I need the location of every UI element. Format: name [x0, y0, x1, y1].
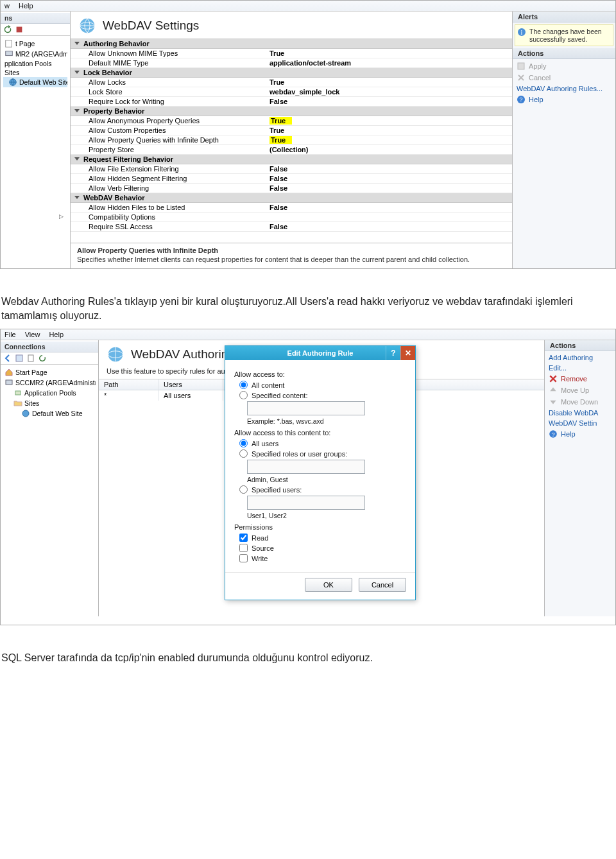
svg-text:i: i: [521, 29, 523, 36]
prop-name: Allow Locks: [71, 78, 270, 86]
svg-rect-8: [518, 63, 524, 69]
svg-text:?: ?: [519, 96, 522, 103]
prop-value[interactable]: True: [270, 126, 512, 134]
radio-all-content[interactable]: [239, 381, 248, 389]
prop-value[interactable]: True: [270, 117, 512, 125]
action-remove[interactable]: Remove: [545, 373, 615, 385]
refresh-icon[interactable]: [38, 354, 47, 363]
prop-row[interactable]: Require SSL AccessFalse: [71, 222, 512, 232]
menu-view[interactable]: View: [25, 331, 40, 338]
menu-help[interactable]: Help: [49, 331, 64, 338]
prop-row[interactable]: Default MIME Typeapplication/octet-strea…: [71, 58, 512, 68]
tree-app-pools[interactable]: Application Pools: [3, 388, 96, 398]
tree-start-page[interactable]: Start Page: [3, 367, 96, 377]
check-write[interactable]: [239, 554, 248, 562]
dialog-close-button[interactable]: ✕: [400, 346, 415, 360]
tree-sites[interactable]: Sites: [3, 68, 67, 77]
perm-write[interactable]: Write: [239, 554, 406, 562]
action-edit[interactable]: Edit...: [545, 363, 615, 373]
prop-value[interactable]: webdav_simple_lock: [270, 88, 512, 96]
prop-row[interactable]: Lock Storewebdav_simple_lock: [71, 87, 512, 97]
dialog-title: Edit Authoring Rule: [287, 349, 354, 357]
opt-users[interactable]: Specified users:: [239, 485, 406, 494]
tree-sites[interactable]: Sites: [3, 398, 96, 408]
prop-group-header[interactable]: Property Behavior: [71, 107, 512, 116]
prop-group-header[interactable]: Request Filtering Behavior: [71, 155, 512, 164]
radio-roles[interactable]: [239, 449, 248, 458]
svg-rect-2: [6, 51, 13, 56]
prop-value[interactable]: False: [270, 223, 512, 230]
prop-row[interactable]: Allow Property Queries with Infinite Dep…: [71, 135, 512, 145]
check-read[interactable]: [239, 534, 248, 542]
roles-input: [247, 460, 365, 474]
col-users-header[interactable]: Users: [158, 379, 223, 390]
action-add-authoring[interactable]: Add Authoring: [545, 352, 615, 363]
prop-row[interactable]: Allow Hidden Segment FilteringFalse: [71, 174, 512, 184]
prop-value[interactable]: application/octet-stream: [270, 59, 512, 67]
check-source[interactable]: [239, 544, 248, 552]
col-path-header[interactable]: Path: [99, 379, 158, 390]
prop-value[interactable]: (Collection): [270, 146, 512, 153]
tree-server[interactable]: SCCMR2 (ARGE\Administrato: [3, 377, 96, 388]
prop-value[interactable]: False: [270, 165, 512, 173]
action-authoring-rules[interactable]: WebDAV Authoring Rules...: [513, 83, 615, 94]
server-icon: [4, 378, 13, 387]
prop-value[interactable]: [270, 213, 512, 221]
prop-row[interactable]: Allow LocksTrue: [71, 78, 512, 87]
tree-server[interactable]: MR2 (ARGE\Administrato: [3, 49, 67, 59]
property-grid[interactable]: Authoring BehaviorAllow Unknown MIME Typ…: [71, 39, 512, 232]
refresh-icon[interactable]: [3, 25, 12, 34]
prop-group-header[interactable]: WebDAV Behavior: [71, 193, 512, 203]
action-help[interactable]: ?Help: [513, 94, 615, 105]
tree-app-pools[interactable]: pplication Pools: [3, 59, 67, 68]
prop-row[interactable]: Allow Hidden Files to be ListedFalse: [71, 203, 512, 213]
page-icon[interactable]: [26, 354, 35, 363]
prop-row[interactable]: Allow Custom PropertiesTrue: [71, 126, 512, 135]
prop-row[interactable]: Allow File Extension FilteringFalse: [71, 164, 512, 174]
permissions-label: Permissions: [234, 523, 406, 531]
prop-value[interactable]: False: [270, 175, 512, 182]
prop-value[interactable]: True: [270, 49, 512, 57]
radio-users[interactable]: [239, 485, 248, 494]
prop-row[interactable]: Property Store(Collection): [71, 145, 512, 155]
dialog-help-button[interactable]: ?: [386, 346, 400, 360]
perm-read[interactable]: Read: [239, 534, 406, 542]
radio-specified-content[interactable]: [239, 391, 248, 399]
dialog-titlebar[interactable]: Edit Authoring Rule ? ✕: [225, 346, 415, 360]
radio-all-users[interactable]: [239, 439, 248, 447]
menu-view[interactable]: w: [4, 2, 10, 10]
action-disable-webdav[interactable]: Disable WebDA: [545, 408, 615, 418]
tree-default-web-site[interactable]: Default Web Site: [3, 77, 67, 87]
opt-specified-content[interactable]: Specified content:: [239, 391, 406, 399]
webdav-globe-icon: [107, 345, 124, 363]
action-help-2[interactable]: ?Help: [545, 428, 615, 440]
perm-source[interactable]: Source: [239, 544, 406, 552]
home-icon: [4, 368, 13, 377]
prop-name: Compatibility Options: [71, 213, 270, 221]
prop-row[interactable]: Allow Anonymous Property QueriesTrue: [71, 116, 512, 126]
opt-roles[interactable]: Specified roles or user groups:: [239, 449, 406, 458]
cancel-button[interactable]: Cancel: [359, 578, 406, 592]
prop-group-header[interactable]: Authoring Behavior: [71, 39, 512, 49]
menu-help[interactable]: Help: [19, 2, 33, 10]
prop-value[interactable]: False: [270, 98, 512, 105]
action-webdav-settings[interactable]: WebDAV Settin: [545, 418, 615, 428]
tree-default-web-site[interactable]: Default Web Site: [3, 408, 96, 419]
disk-icon[interactable]: [15, 354, 24, 363]
prop-row[interactable]: Allow Verb FilteringFalse: [71, 184, 512, 193]
back-icon[interactable]: [3, 354, 12, 363]
stop-icon[interactable]: [15, 25, 24, 34]
prop-value[interactable]: False: [270, 184, 512, 192]
prop-row[interactable]: Allow Unknown MIME TypesTrue: [71, 49, 512, 58]
tree-start-page[interactable]: t Page: [3, 39, 67, 49]
prop-value[interactable]: True: [270, 136, 512, 144]
prop-value[interactable]: True: [270, 78, 512, 86]
opt-all-content[interactable]: All content: [239, 381, 406, 389]
opt-all-users[interactable]: All users: [239, 439, 406, 447]
menu-file[interactable]: File: [4, 331, 16, 338]
prop-value[interactable]: False: [270, 204, 512, 211]
prop-row[interactable]: Require Lock for WritingFalse: [71, 97, 512, 107]
ok-button[interactable]: OK: [305, 578, 352, 592]
prop-row[interactable]: Compatibility Options: [71, 213, 512, 222]
prop-group-header[interactable]: Lock Behavior: [71, 68, 512, 78]
